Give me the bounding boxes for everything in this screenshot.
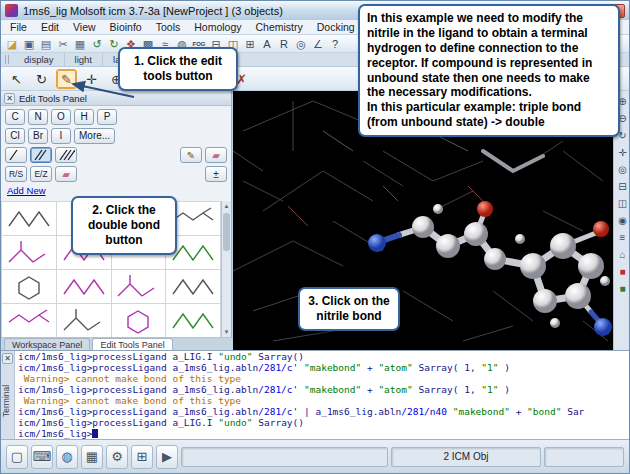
fragment-thumbnail[interactable] <box>166 270 220 303</box>
panel-close-icon[interactable]: ✕ <box>4 93 15 104</box>
draw-tool-button[interactable]: ✎ <box>180 147 202 163</box>
fragment-thumbnail[interactable] <box>2 202 56 235</box>
object-count-field: 2 ICM Obj <box>391 447 541 467</box>
atom-label-icon[interactable]: A <box>259 36 275 52</box>
center-icon[interactable]: ◎ <box>293 36 309 52</box>
menu-docking[interactable]: Docking <box>310 21 362 33</box>
window-title: 1ms6_lig Molsoft icm 3.7-3a [NewProject … <box>23 5 283 17</box>
menu-file[interactable]: File <box>3 21 34 33</box>
print-icon[interactable]: ▤ <box>38 36 54 52</box>
tab-workspace-panel[interactable]: Workspace Panel <box>4 338 90 350</box>
erase-tool-button[interactable]: ▰ <box>205 147 227 163</box>
menu-bioinfo[interactable]: Bioinfo <box>103 21 149 33</box>
red-marker-icon[interactable]: ■ <box>616 265 630 279</box>
home-view-icon[interactable]: ⌂ <box>616 248 630 262</box>
view-tab-display[interactable]: display <box>14 53 65 66</box>
help-icon[interactable]: ? <box>327 36 343 52</box>
scroll-up-icon[interactable]: ▲ <box>222 201 231 211</box>
atom-button-h[interactable]: H <box>74 109 94 125</box>
menu-chemistry[interactable]: Chemistry <box>249 21 310 33</box>
residue-label-icon[interactable]: R <box>276 36 292 52</box>
fragment-thumbnail[interactable] <box>57 304 111 337</box>
rotate-tool-icon[interactable]: ↻ <box>31 69 52 89</box>
fragment-thumbnail[interactable] <box>166 304 220 337</box>
terminal-prompt: icm/1ms6_lig> <box>18 351 92 362</box>
terminal-close-icon[interactable]: ✕ <box>2 353 13 364</box>
charge-button[interactable]: ± <box>205 166 227 182</box>
grid-icon[interactable]: ⊞ <box>242 36 258 52</box>
terminal-text: "1" <box>481 384 498 395</box>
copy-icon[interactable]: ▦ <box>72 36 88 52</box>
menu-view[interactable]: View <box>66 21 103 33</box>
menu-homology[interactable]: Homology <box>187 21 248 33</box>
play-icon[interactable]: ▶ <box>156 445 178 469</box>
terminal-label: Terminal <box>1 369 15 433</box>
fragment-thumbnail[interactable] <box>2 236 56 269</box>
terminal-strip: ✕ Terminal <box>1 351 15 439</box>
fragment-thumbnail[interactable] <box>57 270 111 303</box>
terminal-output[interactable]: icm/1ms6_lig>processLigand a_LIG.I "undo… <box>15 351 629 439</box>
rs-stereo-button[interactable]: R/S <box>5 166 27 182</box>
measure-icon[interactable]: ∠ <box>310 36 326 52</box>
fragment-thumbnail[interactable] <box>112 270 166 303</box>
undo-icon[interactable]: ↺ <box>89 36 105 52</box>
green-marker-icon[interactable]: ■ <box>616 282 630 296</box>
callout-step-1: 1. Click the edit tools button <box>118 47 238 91</box>
keyboard-icon[interactable]: ⌨ <box>31 445 53 469</box>
callout-step-2: 2. Click the double bond button <box>71 196 177 255</box>
monitor-icon[interactable]: ▢ <box>6 445 28 469</box>
single-bond-button[interactable] <box>5 147 27 163</box>
atom-button-br[interactable]: Br <box>28 128 48 144</box>
translate-tool-icon[interactable]: ✛ <box>81 69 102 89</box>
terminal-line: icm/1ms6_lig>processLigand a_LIG.I "undo… <box>18 351 626 362</box>
edit-tools-icon[interactable]: ✎ <box>56 69 77 89</box>
double-bond-button[interactable] <box>30 147 52 163</box>
atom-button-cl[interactable]: Cl <box>5 128 25 144</box>
terminal-text: "makebond" <box>304 384 361 395</box>
scrollbar-thumb[interactable] <box>223 213 230 251</box>
save-icon[interactable]: ▣ <box>21 36 37 52</box>
terminal-text: processLigand a_1ms6_lig.abln <box>92 362 258 373</box>
center-view-icon[interactable]: ◎ <box>616 163 630 177</box>
terminal-prompt: icm/1ms6_lig> <box>18 417 92 428</box>
fragment-thumbnail[interactable] <box>2 270 56 303</box>
fragment-thumbnail[interactable] <box>2 304 56 337</box>
triple-bond-button[interactable] <box>55 147 77 163</box>
ez-stereo-button[interactable]: E/Z <box>30 166 52 182</box>
tab-edit-tools-panel[interactable]: Edit Tools Panel <box>92 338 172 350</box>
slab-view-icon[interactable]: ⊟ <box>616 180 630 194</box>
view-tab-light[interactable]: light <box>65 53 103 66</box>
cut-icon[interactable]: ✂ <box>55 36 71 52</box>
app-icon <box>5 4 18 17</box>
atom-button-p[interactable]: P <box>97 109 117 125</box>
terminal-text: "undo" <box>218 417 252 428</box>
atom-button-o[interactable]: O <box>51 109 71 125</box>
fragment-thumbnail[interactable] <box>112 304 166 337</box>
eraser-button[interactable]: ▰ <box>55 166 77 182</box>
open-file-icon[interactable]: ◪ <box>4 36 20 52</box>
snapshot-icon[interactable]: ◉ <box>616 214 630 228</box>
add-icon[interactable]: ⊞ <box>131 445 153 469</box>
toolbar-grip <box>5 55 10 64</box>
menu-edit[interactable]: Edit <box>34 21 66 33</box>
gear-icon[interactable]: ⚙ <box>106 445 128 469</box>
stereo-toggle-icon[interactable]: ◫ <box>616 197 630 211</box>
terminal-text: Sarray() <box>253 417 304 428</box>
select-tool-icon[interactable]: ↖ <box>6 69 27 89</box>
atom-button-i[interactable]: I <box>51 128 71 144</box>
table-icon[interactable]: ▦ <box>81 445 103 469</box>
menu-tools[interactable]: Tools <box>149 21 188 33</box>
terminal-text: + <box>361 384 378 395</box>
atom-button-c[interactable]: C <box>5 109 25 125</box>
terminal-line: icm/1ms6_lig>processLigand a_1ms6_lig.ab… <box>18 406 626 417</box>
add-new-link[interactable]: Add New <box>7 185 46 196</box>
terminal-text: + <box>510 406 527 417</box>
scroll-down-icon[interactable]: ▼ <box>222 327 231 337</box>
atom-button-n[interactable]: N <box>28 109 48 125</box>
terminal-line: icm/1ms6_lig> <box>18 428 626 439</box>
fragment-scrollbar[interactable]: ▲ ▼ <box>221 201 231 337</box>
pan-view-icon[interactable]: ✛ <box>616 146 630 160</box>
more-elements-button[interactable]: More... <box>74 128 115 144</box>
ruler-icon[interactable]: ≡ <box>616 231 630 245</box>
mouse-icon[interactable]: ◍ <box>56 445 78 469</box>
